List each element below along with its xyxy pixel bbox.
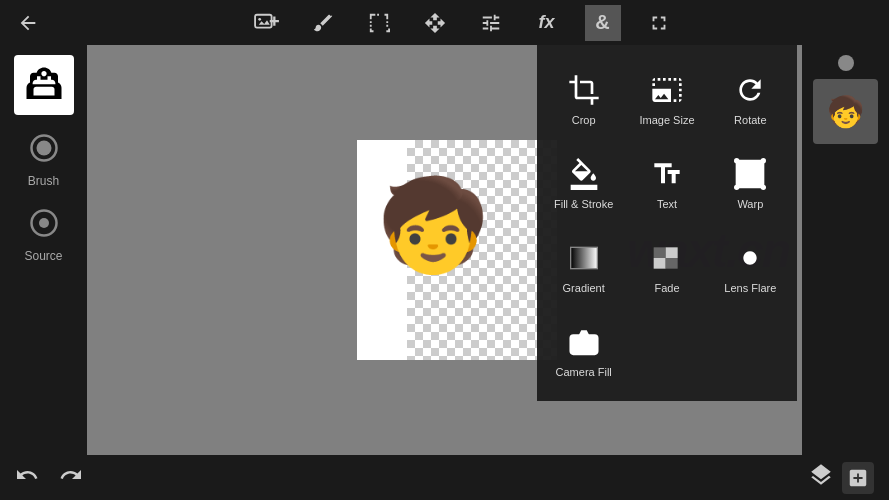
warp-icon — [734, 156, 766, 192]
image-size-icon — [651, 72, 683, 108]
svg-point-14 — [761, 185, 766, 190]
fill-stroke-label: Fill & Stroke — [554, 198, 613, 210]
svg-rect-17 — [666, 247, 678, 258]
svg-point-5 — [39, 218, 49, 228]
bottom-nav — [15, 463, 83, 493]
menu-item-crop[interactable]: Crop — [547, 60, 620, 134]
menu-item-image-size[interactable]: Image Size — [630, 60, 703, 134]
menu-item-fill-stroke[interactable]: Fill & Stroke — [547, 144, 620, 218]
left-sidebar: Brush Source — [0, 45, 87, 500]
camera-fill-icon — [568, 324, 600, 360]
image-canvas[interactable]: 🧒 — [357, 140, 557, 360]
move-tool-button[interactable] — [417, 5, 453, 41]
svg-rect-19 — [666, 258, 678, 269]
thumbnail-image[interactable]: 🧒 — [813, 79, 878, 144]
menu-item-fade[interactable]: Fade — [630, 228, 703, 302]
svg-point-12 — [761, 158, 766, 163]
back-button[interactable] — [10, 5, 46, 41]
fade-label: Fade — [654, 282, 679, 294]
svg-rect-16 — [654, 247, 666, 258]
source-tool[interactable]: Source — [9, 200, 79, 270]
menu-item-warp[interactable]: Warp — [714, 144, 787, 218]
menu-item-lens-flare[interactable]: Lens Flare — [714, 228, 787, 302]
blend-button[interactable]: & — [585, 5, 621, 41]
undo-button[interactable] — [15, 463, 39, 493]
menu-item-rotate[interactable]: Rotate — [714, 60, 787, 134]
fx-button[interactable]: fx — [529, 5, 565, 41]
selection-tool-button[interactable] — [361, 5, 397, 41]
brush-tool[interactable]: Brush — [9, 125, 79, 195]
image-size-label: Image Size — [639, 114, 694, 126]
crop-label: Crop — [572, 114, 596, 126]
dropdown-menu: Crop Image Size Rotate — [537, 45, 797, 401]
bottom-toolbar — [0, 455, 889, 500]
toolbar-left — [10, 5, 46, 41]
svg-point-11 — [734, 158, 739, 163]
fade-icon — [651, 240, 683, 276]
top-toolbar: fx & — [0, 0, 889, 45]
thumbnail-dot — [838, 55, 854, 71]
fill-stroke-icon — [568, 156, 600, 192]
add-layer-button[interactable] — [842, 462, 874, 494]
redo-button[interactable] — [59, 463, 83, 493]
rotate-icon — [734, 72, 766, 108]
svg-rect-0 — [255, 14, 272, 27]
svg-point-13 — [734, 185, 739, 190]
warp-label: Warp — [737, 198, 763, 210]
brush-tool-button[interactable] — [305, 5, 341, 41]
thumbnail-strip: 🧒 — [802, 45, 889, 455]
svg-point-23 — [592, 338, 595, 341]
stamp-tool-active[interactable] — [14, 55, 74, 115]
rotate-label: Rotate — [734, 114, 766, 126]
toolbar-center: fx & — [249, 5, 677, 41]
gradient-icon — [568, 240, 600, 276]
crop-icon — [568, 72, 600, 108]
gradient-label: Gradient — [563, 282, 605, 294]
svg-point-22 — [578, 339, 589, 350]
svg-rect-6 — [737, 161, 764, 188]
svg-rect-18 — [654, 258, 666, 269]
svg-point-20 — [746, 254, 754, 262]
layers-button[interactable] — [808, 462, 834, 494]
brush-label: Brush — [28, 174, 59, 188]
source-label: Source — [24, 249, 62, 263]
adjust-button[interactable] — [473, 5, 509, 41]
brush-icon — [29, 133, 59, 170]
menu-item-gradient[interactable]: Gradient — [547, 228, 620, 302]
svg-point-1 — [258, 17, 261, 20]
lens-flare-icon — [734, 240, 766, 276]
text-icon — [651, 156, 683, 192]
add-image-button[interactable] — [249, 5, 285, 41]
text-label: Text — [657, 198, 677, 210]
menu-item-camera-fill[interactable]: Camera Fill — [547, 312, 620, 386]
character-image: 🧒 — [377, 180, 489, 270]
bottom-right — [808, 462, 874, 494]
lens-flare-label: Lens Flare — [724, 282, 776, 294]
menu-grid: Crop Image Size Rotate — [547, 60, 787, 386]
svg-point-3 — [36, 140, 51, 155]
menu-item-text[interactable]: Text — [630, 144, 703, 218]
source-icon — [29, 208, 59, 245]
fullscreen-button[interactable] — [641, 5, 677, 41]
camera-fill-label: Camera Fill — [556, 366, 612, 378]
svg-rect-15 — [570, 247, 597, 268]
